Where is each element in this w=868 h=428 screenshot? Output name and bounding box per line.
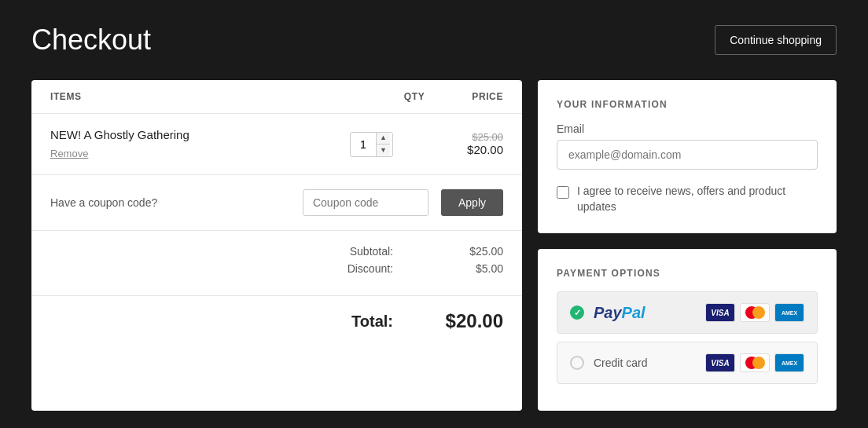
subtotal-amount: $25.00 — [440, 245, 503, 258]
cart-panel: ITEMS QTY PRICE NEW! A Ghostly Gathering… — [31, 80, 522, 411]
item-discounted-price: $20.00 — [467, 143, 503, 156]
discount-amount: $5.00 — [440, 262, 503, 275]
item-original-price: $25.00 — [440, 131, 503, 143]
cart-table-header: ITEMS QTY PRICE — [31, 80, 522, 114]
quantity-up-button[interactable]: ▲ — [377, 133, 390, 145]
qty-column-header: QTY — [404, 91, 425, 102]
quantity-down-button[interactable]: ▼ — [377, 144, 390, 156]
quantity-control[interactable]: ▲ ▼ — [350, 132, 393, 157]
continue-shopping-button[interactable]: Continue shopping — [715, 25, 837, 55]
page-title: Checkout — [31, 24, 151, 57]
email-label: Email — [557, 123, 818, 135]
credit-mastercard-icon — [740, 353, 770, 372]
credit-visa-icon: VISA — [705, 353, 735, 372]
credit-card-label: Credit card — [594, 357, 647, 369]
newsletter-checkbox-row: I agree to receive news, offers and prod… — [557, 184, 818, 214]
newsletter-label: I agree to receive news, offers and prod… — [577, 184, 818, 214]
amex-icon: AMEX — [774, 303, 804, 322]
coupon-label: Have a coupon code? — [50, 196, 290, 209]
paypal-logo: PayPal — [594, 304, 645, 322]
price-column-header: PRICE — [472, 91, 503, 102]
apply-coupon-button[interactable]: Apply — [441, 189, 503, 216]
your-information-panel: YOUR INFORMATION Email I agree to receiv… — [538, 80, 837, 233]
paypal-radio[interactable] — [570, 305, 584, 320]
visa-icon: VISA — [705, 303, 735, 322]
mastercard-icon — [740, 303, 770, 322]
newsletter-checkbox[interactable] — [557, 186, 569, 199]
total-row: Total: $20.00 — [31, 295, 522, 346]
remove-item-button[interactable]: Remove — [50, 148, 88, 159]
paypal-text: PayPal — [594, 304, 645, 322]
payment-options-panel: PAYMENT OPTIONS PayPal VISA AMEX — [538, 249, 837, 411]
item-price: $25.00 $20.00 — [440, 131, 503, 157]
cart-item-row: NEW! A Ghostly Gathering Remove ▲ ▼ $25.… — [31, 114, 522, 175]
credit-card-icons: VISA AMEX — [705, 353, 804, 372]
credit-card-option[interactable]: Credit card VISA AMEX — [557, 342, 818, 384]
payment-options-title: PAYMENT OPTIONS — [557, 268, 818, 279]
total-amount: $20.00 — [440, 310, 503, 332]
paypal-card-icons: VISA AMEX — [705, 303, 804, 322]
credit-amex-icon: AMEX — [774, 353, 804, 372]
total-label: Total: — [351, 313, 393, 331]
email-input[interactable] — [557, 140, 818, 170]
coupon-row: Have a coupon code? Apply — [31, 175, 522, 231]
discount-row: Discount: $5.00 — [50, 262, 503, 275]
coupon-input[interactable] — [303, 189, 428, 216]
quantity-arrows: ▲ ▼ — [376, 133, 390, 156]
discount-label: Discount: — [348, 262, 393, 275]
paypal-option[interactable]: PayPal VISA AMEX — [557, 291, 818, 334]
page-header: Checkout Continue shopping — [31, 24, 837, 57]
subtotal-row: Subtotal: $25.00 — [50, 245, 503, 258]
quantity-input[interactable] — [351, 138, 376, 151]
item-info: NEW! A Ghostly Gathering Remove — [50, 128, 303, 160]
credit-card-radio[interactable] — [570, 356, 584, 370]
your-information-title: YOUR INFORMATION — [557, 99, 818, 110]
main-content: ITEMS QTY PRICE NEW! A Ghostly Gathering… — [31, 80, 837, 411]
item-name: NEW! A Ghostly Gathering — [50, 128, 303, 141]
subtotal-label: Subtotal: — [350, 245, 393, 258]
items-column-header: ITEMS — [50, 91, 357, 102]
subtotals-section: Subtotal: $25.00 Discount: $5.00 — [31, 231, 522, 287]
